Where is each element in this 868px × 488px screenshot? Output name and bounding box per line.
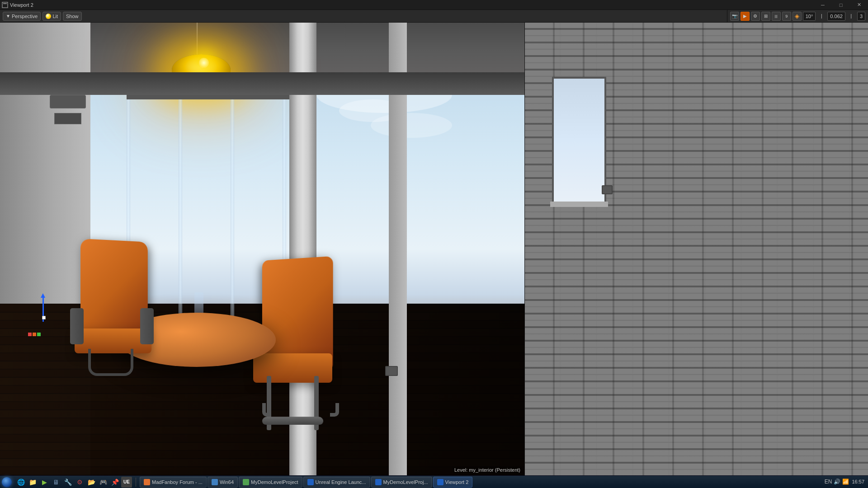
taskbar-app-viewport[interactable]: Viewport 2 [433, 477, 473, 488]
chair-right-front-curve [262, 403, 271, 417]
show-label: Show [66, 14, 79, 19]
taskbar-icon-computer[interactable]: 🖥 [51, 477, 61, 488]
taskbar-app-demo1[interactable]: MyDemoLevelProject [239, 477, 302, 488]
grid-button[interactable]: ⊞ [761, 12, 770, 21]
glass-partition-3 [231, 95, 234, 321]
window-title: Viewport 2 [10, 2, 814, 8]
perspective-dropdown[interactable]: ▼ Perspective [3, 12, 41, 21]
app-label-demo2: MyDemoLevelProj... [383, 479, 428, 485]
app-icon-demo1 [243, 479, 249, 485]
tool1-button[interactable]: ||| [772, 12, 781, 21]
camera-button[interactable]: 📷 [730, 12, 739, 21]
tray-language: EN [825, 479, 832, 485]
clock-time: 16:57 [852, 479, 864, 485]
cube-green [37, 333, 41, 336]
pendant-wire [197, 23, 198, 59]
taskbar-app-forum[interactable]: MadFanboy Forum - ... [140, 477, 207, 488]
app-icon-forum [144, 479, 150, 485]
taskbar-icon-app1[interactable]: 🎮 [98, 477, 108, 488]
svg-rect-0 [2, 2, 8, 8]
chair-right-back-curve [330, 403, 339, 417]
tray-network[interactable]: 📶 [842, 479, 849, 485]
lit-icon [46, 14, 51, 19]
scene-canvas: Level: my_interior (Persistent) [0, 23, 524, 475]
angle-display: ◈ [793, 12, 802, 21]
taskbar-icon-folder[interactable]: 📁 [27, 477, 38, 488]
app-label-win64: Win64 [220, 479, 234, 485]
minimize-button[interactable]: ─ [814, 0, 832, 10]
app-icon-launcher [307, 479, 314, 485]
tray-volume[interactable]: 🔊 [834, 479, 840, 485]
app-icon-win64 [212, 479, 218, 485]
lit-dropdown[interactable]: Lit [42, 12, 61, 21]
lit-label: Lit [52, 14, 58, 19]
quick-launch: 🌐 📁 ▶ 🖥 🔧 ⚙ 📂 🎮 📌 UE [14, 477, 134, 488]
chair-left-arm-left [70, 308, 84, 344]
taskbar-icon-ie[interactable]: 🌐 [15, 477, 26, 488]
perspective-icon: ▼ [6, 14, 10, 19]
taskbar-icon-folder2[interactable]: 📂 [86, 477, 97, 488]
chair-right-back [262, 256, 333, 369]
show-dropdown[interactable]: Show [63, 12, 82, 21]
window-sill [550, 202, 608, 207]
fov-value[interactable]: 0.062 [827, 12, 845, 21]
wall-panel-2 [54, 113, 81, 124]
taskbar-icon-ue4[interactable]: UE [121, 477, 132, 488]
angle-value[interactable]: 10° [803, 12, 816, 21]
app-label-launcher: Unreal Engine Launc... [316, 479, 366, 485]
start-orb [2, 477, 12, 487]
app-icon-demo2 [375, 479, 382, 485]
window-icon [0, 0, 10, 10]
chair-left [70, 240, 156, 376]
app-label-demo1: MyDemoLevelProject [251, 479, 298, 485]
taskbar-icon-app2[interactable]: 📌 [109, 477, 120, 488]
divider1: | [817, 12, 826, 21]
brick-outlet [602, 185, 613, 194]
chair-left-back [80, 239, 148, 342]
chair-left-base [88, 349, 133, 376]
taskbar-app-demo2[interactable]: MyDemoLevelProj... [371, 477, 432, 488]
taskbar-clock[interactable]: 16:57 [852, 479, 864, 485]
taskbar-app-launcher[interactable]: Unreal Engine Launc... [303, 477, 370, 488]
perspective-label: Perspective [12, 14, 38, 19]
maximize-button[interactable]: □ [832, 0, 850, 10]
tray-icons: EN 🔊 📶 [825, 479, 849, 485]
chair-right-seat [253, 353, 332, 383]
app-icon-viewport [437, 479, 443, 485]
pendant-bulb [199, 58, 209, 68]
app-label-viewport: Viewport 2 [445, 479, 469, 485]
taskbar-separator [136, 478, 136, 487]
taskbar-icon-settings[interactable]: ⚙ [74, 477, 85, 488]
chair-right-foot [262, 417, 324, 425]
y-axis-arrow [41, 293, 45, 298]
divider2: | [847, 12, 856, 21]
cube-orange [33, 333, 36, 336]
close-button[interactable]: ✕ [850, 0, 868, 10]
main-viewport[interactable]: Level: my_interior (Persistent) [0, 23, 524, 475]
taskbar-icon-media[interactable]: ▶ [39, 477, 50, 488]
start-button[interactable] [0, 476, 14, 488]
brick-wall-scene [525, 23, 868, 475]
title-bar: Viewport 2 ─ □ ✕ [0, 0, 868, 10]
table-glass-object [194, 292, 203, 315]
level-info-text: Level: my_interior (Persistent) [453, 467, 522, 473]
settings-button[interactable]: ⚙ [751, 12, 760, 21]
count-value: 3 [857, 12, 865, 21]
app-label-forum: MadFanboy Forum - ... [152, 479, 203, 485]
chair-left-arm-right [140, 308, 154, 344]
brick-window [552, 77, 606, 203]
realtime-button[interactable]: ▶ [741, 12, 750, 21]
cloud4 [371, 113, 452, 138]
right-toolbar: 📷 ▶ ⚙ ⊞ ||| 9 ◈ 10° | 0.062 | 3 [727, 10, 868, 23]
taskbar-icon-network[interactable]: 🔧 [62, 477, 73, 488]
wall-outlet [385, 366, 398, 376]
glass-partition-2 [179, 95, 182, 321]
taskbar-app-win64[interactable]: Win64 [208, 477, 238, 488]
taskbar: 🌐 📁 ▶ 🖥 🔧 ⚙ 📂 🎮 📌 UE MadFanboy Forum - .… [0, 475, 868, 488]
secondary-viewport [524, 23, 868, 475]
axis-cubes [28, 333, 41, 336]
tool2-button[interactable]: 9 [782, 12, 791, 21]
window-controls: ─ □ ✕ [814, 0, 868, 10]
cube-red [28, 333, 32, 336]
svg-rect-1 [3, 3, 7, 4]
